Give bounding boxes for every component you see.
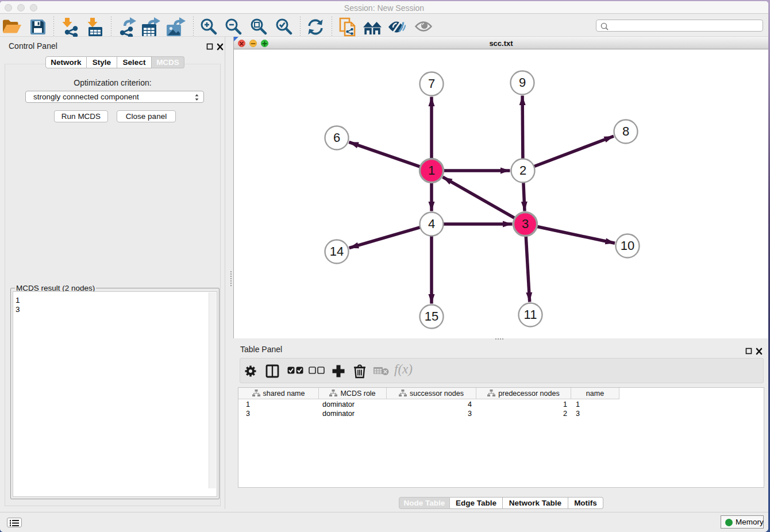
svg-text:3: 3 [522, 217, 529, 231]
svg-text:8: 8 [622, 124, 629, 138]
svg-text:10: 10 [621, 238, 634, 253]
svg-text:9: 9 [519, 75, 526, 90]
svg-text:1: 1 [428, 163, 435, 178]
svg-text:14: 14 [330, 244, 344, 259]
svg-text:6: 6 [333, 130, 340, 145]
svg-text:7: 7 [428, 76, 435, 91]
svg-text:11: 11 [524, 307, 537, 322]
svg-text:15: 15 [425, 309, 438, 323]
svg-text:2: 2 [519, 163, 526, 178]
svg-text:4: 4 [428, 217, 435, 231]
